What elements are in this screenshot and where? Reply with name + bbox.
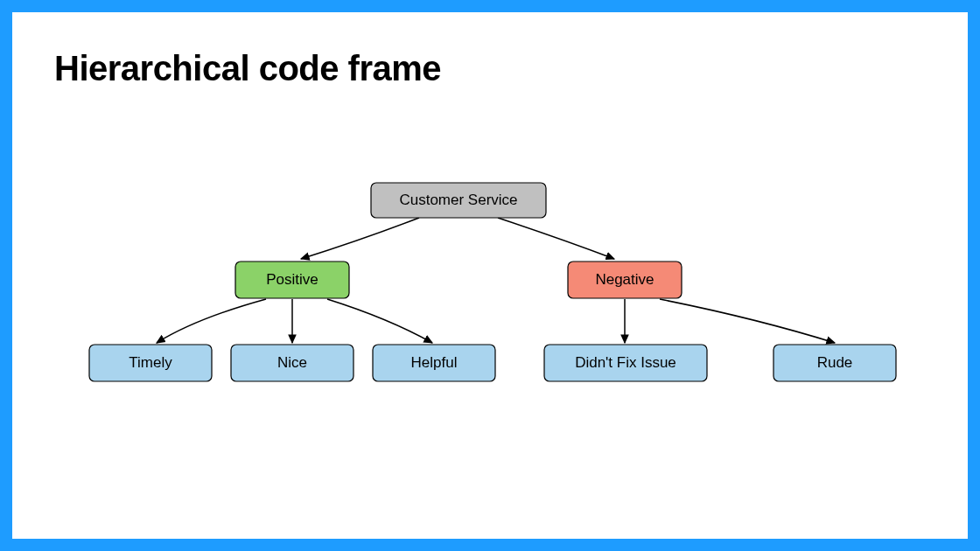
hierarchy-diagram: Customer Service Positive Negative Timel… xyxy=(12,12,968,539)
node-rude-label: Rude xyxy=(817,354,853,371)
node-root-label: Customer Service xyxy=(399,192,517,208)
edge-positive-timely xyxy=(157,299,266,343)
edge-root-negative xyxy=(498,218,614,259)
slide-frame: Hierarchical code frame Customer Service xyxy=(0,0,980,551)
node-nice: Nice xyxy=(231,345,354,381)
node-helpful: Helpful xyxy=(373,345,495,381)
node-nice-label: Nice xyxy=(277,354,307,371)
node-rude: Rude xyxy=(774,345,896,381)
node-didntfix-label: Didn't Fix Issue xyxy=(575,354,676,371)
node-negative-label: Negative xyxy=(595,271,654,288)
node-timely-label: Timely xyxy=(129,354,172,371)
node-negative: Negative xyxy=(568,262,682,298)
node-positive-label: Positive xyxy=(266,271,318,288)
node-timely: Timely xyxy=(89,345,212,381)
node-positive: Positive xyxy=(235,262,349,298)
node-didntfix: Didn't Fix Issue xyxy=(544,345,707,381)
edge-root-positive xyxy=(301,218,419,259)
edge-negative-rude xyxy=(660,299,835,343)
node-helpful-label: Helpful xyxy=(411,354,458,371)
node-root: Customer Service xyxy=(371,183,546,218)
edge-positive-helpful xyxy=(327,299,432,343)
